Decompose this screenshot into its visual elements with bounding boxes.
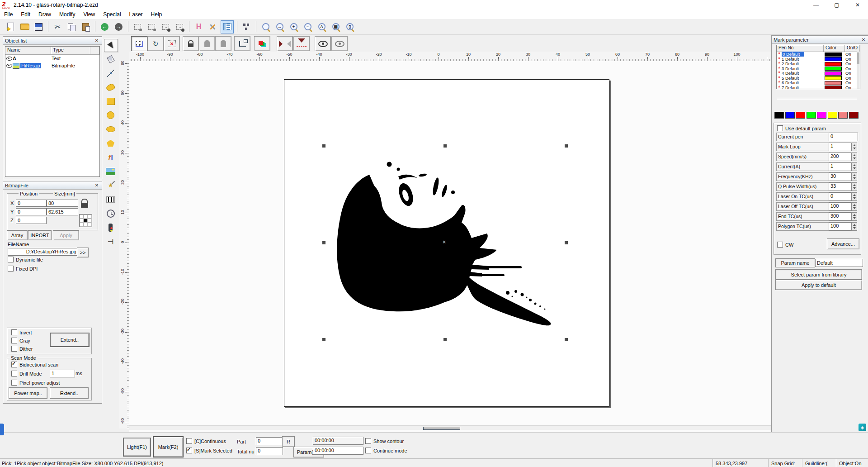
pen-color-swatch[interactable]	[825, 52, 842, 57]
rectangle-tool-icon[interactable]	[104, 95, 117, 107]
param-field[interactable]: 1	[829, 143, 853, 151]
import-button[interactable]: INPORT	[28, 230, 52, 240]
apply-default-button[interactable]: Apply to default	[775, 280, 862, 290]
polygon-tool-icon[interactable]	[104, 137, 117, 149]
zoom-in-icon[interactable]: +	[288, 21, 300, 33]
position-y-field[interactable]: 0	[16, 208, 47, 215]
pen-table-scrollbar[interactable]	[857, 52, 860, 89]
gray-checkbox[interactable]	[11, 338, 17, 343]
corner-utility-icon[interactable]: ◈	[859, 424, 866, 431]
snap-grid-status[interactable]: Snap Grid:	[768, 459, 802, 467]
color-swatch[interactable]	[785, 112, 795, 119]
open-icon[interactable]	[19, 21, 31, 33]
object-row[interactable]: AText	[5, 55, 99, 62]
object-snap-status[interactable]: Object:On	[836, 459, 868, 467]
mark-selected-checkbox[interactable]	[186, 448, 192, 453]
param-spinner[interactable]	[851, 182, 857, 191]
motion-tool-icon[interactable]	[104, 235, 117, 248]
mark-button[interactable]: Mark(F2)	[153, 436, 184, 457]
dynamic-file-checkbox[interactable]	[8, 257, 14, 262]
array-button[interactable]: Array	[7, 230, 28, 240]
lock-icon[interactable]	[183, 36, 199, 51]
center-mark-icon[interactable]	[164, 36, 180, 51]
bitmap-panel-close-icon[interactable]: ✕	[94, 183, 100, 188]
vector-file-tool-icon[interactable]	[104, 179, 117, 191]
aspect-lock-icon[interactable]	[81, 199, 88, 208]
paste-icon[interactable]	[80, 21, 92, 33]
menu-view[interactable]: View	[79, 10, 99, 19]
color-swatch[interactable]	[774, 112, 784, 119]
menu-draw[interactable]: Draw	[34, 10, 55, 19]
select-param-button[interactable]: Select param from library	[775, 269, 862, 280]
pen-color-swatch[interactable]	[825, 62, 842, 66]
color-swatch[interactable]	[807, 112, 816, 119]
param-field[interactable]: 33	[829, 182, 853, 191]
color-swatch[interactable]	[828, 112, 837, 119]
curve-tool-icon[interactable]	[104, 81, 117, 93]
redo-icon[interactable]	[113, 21, 125, 33]
param-field[interactable]: 0	[829, 133, 858, 141]
column-pen-no[interactable]: Pen No	[777, 45, 824, 52]
menu-help[interactable]: Help	[147, 10, 166, 19]
undo-icon[interactable]	[99, 21, 111, 33]
color-swatch[interactable]	[817, 112, 826, 119]
selection-handle[interactable]	[565, 338, 568, 341]
break-icon[interactable]	[174, 21, 186, 33]
column-on-off[interactable]: On/O	[845, 45, 860, 52]
param-spinner[interactable]	[851, 172, 857, 181]
circle-tool-icon[interactable]	[104, 109, 117, 121]
pen-color-swatch[interactable]	[825, 67, 842, 71]
structure-icon[interactable]	[241, 21, 253, 33]
drill-time-field[interactable]: 1	[50, 370, 75, 377]
size-y-field[interactable]: 62.615	[47, 208, 78, 215]
group-icon[interactable]	[132, 21, 144, 33]
object-list-icon[interactable]	[221, 20, 234, 33]
ellipse-tool-icon[interactable]	[104, 123, 117, 135]
menu-laser[interactable]: Laser	[125, 10, 147, 19]
text-tool-icon[interactable]	[104, 151, 117, 163]
menu-special[interactable]: Special	[99, 10, 125, 19]
advance-button[interactable]: Advance...	[827, 238, 859, 249]
object-list-close-icon[interactable]: ✕	[94, 38, 100, 43]
bitmap-tool-icon[interactable]	[104, 165, 117, 177]
cut-icon[interactable]	[52, 21, 64, 33]
param-spinner[interactable]	[851, 222, 857, 231]
unlock-all-icon[interactable]	[215, 36, 231, 51]
reset-count-button[interactable]: R	[282, 436, 295, 447]
new-icon[interactable]	[5, 21, 17, 33]
zoom-window-icon[interactable]	[259, 21, 272, 33]
ungroup-icon[interactable]	[146, 21, 158, 33]
param-name-field[interactable]: Default	[815, 259, 863, 267]
object-list-table[interactable]: Name Type ATextHiRes.jpBitmapFile	[5, 46, 100, 177]
transform-select-icon[interactable]	[131, 36, 147, 51]
zoom-pan-icon[interactable]: ↔	[274, 21, 286, 33]
cw-checkbox[interactable]	[777, 242, 783, 248]
save-icon[interactable]	[33, 21, 45, 33]
preview-show-icon[interactable]	[315, 36, 331, 51]
menu-edit[interactable]: Edit	[17, 10, 34, 19]
param-field[interactable]: 200	[829, 152, 853, 161]
pen-color-swatch[interactable]	[825, 81, 842, 85]
canvas-hscrollbar[interactable]	[129, 425, 771, 430]
visibility-eye-icon[interactable]	[6, 64, 12, 68]
param-spinner[interactable]	[851, 192, 857, 201]
param-spinner[interactable]	[851, 212, 857, 221]
pen-table[interactable]: Pen No Color On/O *0 DefaultOn*1 Default…	[776, 45, 860, 89]
mark-parameter-close-icon[interactable]: ✕	[860, 37, 867, 42]
unlock-icon[interactable]	[199, 36, 215, 51]
rotate-icon[interactable]	[147, 36, 164, 51]
selection-handle[interactable]	[565, 144, 568, 148]
anchor-grid[interactable]	[79, 214, 92, 227]
show-contour-checkbox[interactable]	[365, 438, 371, 444]
column-color[interactable]: Color	[824, 45, 845, 52]
column-type[interactable]: Type	[51, 47, 90, 54]
menu-file[interactable]: File	[0, 10, 17, 19]
param-field[interactable]: 100	[829, 202, 853, 211]
param-spinner[interactable]	[851, 152, 857, 161]
color-swatch[interactable]	[796, 112, 805, 119]
pen-color-swatch[interactable]	[825, 71, 842, 76]
options-icon[interactable]	[207, 21, 219, 33]
selection-handle[interactable]	[322, 338, 326, 341]
pen-color-swatch[interactable]	[825, 76, 842, 80]
barcode-tool-icon[interactable]	[104, 193, 117, 205]
